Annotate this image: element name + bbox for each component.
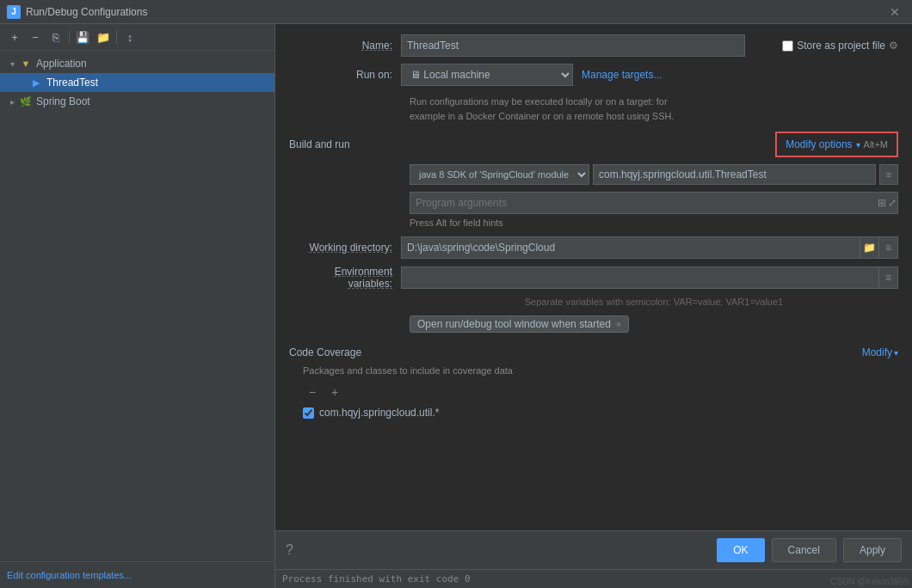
status-text: Process finished with exit code 0 bbox=[282, 573, 471, 585]
bottom-bar: ? OK Cancel Apply bbox=[275, 530, 912, 569]
coverage-title: Code Coverage bbox=[289, 346, 361, 358]
working-dir-input[interactable] bbox=[401, 236, 860, 259]
env-vars-edit-button[interactable]: ≡ bbox=[879, 266, 898, 289]
modify-options-button[interactable]: Modify options ▾ Alt+M bbox=[775, 132, 898, 157]
chip-label: Open run/debug tool window when started bbox=[417, 318, 611, 330]
apply-button[interactable]: Apply bbox=[843, 538, 902, 562]
prog-args-icons: ⊞ ⤢ bbox=[878, 197, 897, 209]
left-panel: + − ⎘ 💾 📁 ↕ ▾ ▼ bbox=[0, 24, 275, 588]
config-toolbar: + − ⎘ 💾 📁 ↕ bbox=[0, 24, 274, 51]
spring-boot-icon: 🌿 bbox=[19, 95, 33, 108]
tree-threadtest-label: ThreadTest bbox=[46, 77, 98, 89]
run-on-select[interactable]: 🖥 Local machine bbox=[401, 64, 573, 86]
add-config-button[interactable]: + bbox=[5, 28, 24, 46]
toolbar-separator-2 bbox=[116, 30, 117, 44]
chip-close-button[interactable]: × bbox=[616, 319, 621, 329]
coverage-item: com.hqyj.springcloud.util.* bbox=[303, 407, 898, 419]
run-description: Run configurations may be executed local… bbox=[410, 95, 898, 123]
env-vars-hint: Separate variables with semicolon: VAR=v… bbox=[410, 297, 898, 307]
working-dir-buttons: 📁 ≡ bbox=[860, 236, 898, 259]
cancel-button[interactable]: Cancel bbox=[772, 538, 836, 562]
coverage-desc: Packages and classes to include in cover… bbox=[303, 365, 898, 376]
prog-args-input[interactable] bbox=[410, 192, 898, 214]
tree-application-label: Application bbox=[36, 58, 87, 70]
coverage-minus-button[interactable]: − bbox=[303, 383, 322, 401]
app-folder-icon: ▼ bbox=[19, 57, 33, 70]
run-on-row: Run on: 🖥 Local machine Manage targets..… bbox=[289, 64, 898, 86]
press-alt-hint: Press Alt for field hints bbox=[410, 217, 898, 228]
env-vars-label: Environment variables: bbox=[289, 266, 401, 290]
store-gear-icon[interactable]: ⚙ bbox=[889, 40, 898, 52]
name-store-row: Name: Store as project file ⚙ bbox=[289, 34, 898, 57]
main-class-browse-button[interactable]: ≡ bbox=[879, 164, 898, 185]
coverage-modify-button[interactable]: Modify ▾ bbox=[862, 346, 898, 358]
toolbar-separator-1 bbox=[69, 30, 70, 44]
store-as-project-label: Store as project file bbox=[797, 40, 885, 52]
working-dir-row: Working directory: 📁 ≡ bbox=[289, 236, 898, 259]
folder-config-button[interactable]: 📁 bbox=[94, 28, 113, 46]
coverage-header: Code Coverage Modify ▾ bbox=[289, 346, 898, 358]
copy-config-button[interactable]: ⎘ bbox=[46, 28, 65, 46]
config-tree[interactable]: ▾ ▼ Application ▸ ▶ ThreadTest ▸ 🌿 Sprin… bbox=[0, 51, 274, 561]
run-config-icon: ▶ bbox=[29, 76, 43, 89]
app-icon: J bbox=[7, 5, 21, 19]
sdk-row: java 8 SDK of 'SpringCloud' module ≡ bbox=[410, 164, 898, 185]
close-button[interactable]: ✕ bbox=[884, 3, 905, 21]
coverage-item-checkbox[interactable] bbox=[303, 407, 314, 419]
tree-arrow-application: ▾ bbox=[7, 58, 17, 69]
coverage-item-label: com.hqyj.springcloud.util.* bbox=[319, 407, 439, 419]
status-bar: Process finished with exit code 0 bbox=[275, 569, 912, 588]
working-dir-label: Working directory: bbox=[289, 242, 401, 254]
left-footer: Edit configuration templates... bbox=[0, 561, 274, 588]
tree-application-group[interactable]: ▾ ▼ Application bbox=[0, 54, 274, 73]
tree-arrow-springboot: ▸ bbox=[7, 96, 17, 107]
name-label: Name: bbox=[289, 40, 401, 52]
run-debug-chip: Open run/debug tool window when started … bbox=[410, 315, 629, 333]
modify-chevron-icon: ▾ bbox=[856, 140, 860, 150]
edit-config-templates-link[interactable]: Edit configuration templates... bbox=[7, 570, 132, 580]
working-dir-folder-button[interactable]: 📁 bbox=[860, 236, 879, 259]
coverage-toolbar: − + bbox=[303, 383, 898, 401]
main-class-input[interactable] bbox=[593, 164, 876, 185]
window-title: Run/Debug Configurations bbox=[26, 6, 147, 18]
save-config-button[interactable]: 💾 bbox=[73, 28, 92, 46]
working-dir-vars-button[interactable]: ≡ bbox=[879, 236, 898, 259]
env-vars-buttons: ≡ bbox=[879, 266, 898, 289]
run-on-label: Run on: bbox=[289, 69, 401, 81]
tree-threadtest-item[interactable]: ▸ ▶ ThreadTest bbox=[0, 73, 274, 92]
remove-config-button[interactable]: − bbox=[26, 28, 45, 46]
watermark: CSDN @Kelvin3999 bbox=[830, 577, 909, 586]
manage-targets-link[interactable]: Manage targets... bbox=[582, 69, 662, 81]
prog-args-area: ⊞ ⤢ bbox=[410, 192, 898, 214]
sdk-select[interactable]: java 8 SDK of 'SpringCloud' module bbox=[410, 164, 589, 185]
right-panel: Name: Store as project file ⚙ Run on: 🖥 … bbox=[275, 24, 912, 588]
ok-button[interactable]: OK bbox=[717, 538, 764, 562]
name-input[interactable] bbox=[401, 34, 745, 57]
prog-args-open-icon[interactable]: ⤢ bbox=[888, 197, 897, 209]
modify-options-shortcut: Alt+M bbox=[864, 139, 888, 150]
tree-springboot-label: Spring Boot bbox=[36, 95, 90, 107]
help-icon[interactable]: ? bbox=[286, 542, 293, 558]
sort-config-button[interactable]: ↕ bbox=[120, 28, 139, 46]
store-as-project-checkbox[interactable] bbox=[782, 40, 793, 52]
prog-args-expand-icon[interactable]: ⊞ bbox=[878, 197, 886, 209]
env-vars-input[interactable] bbox=[401, 266, 879, 289]
form-area: Name: Store as project file ⚙ Run on: 🖥 … bbox=[275, 24, 912, 530]
title-bar: J Run/Debug Configurations ✕ bbox=[0, 0, 912, 24]
build-run-section-header: Build and run Modify options ▾ Alt+M bbox=[289, 132, 898, 157]
code-coverage-section: Code Coverage Modify ▾ Packages and clas… bbox=[289, 346, 898, 419]
build-run-title: Build and run bbox=[289, 138, 350, 150]
tree-springboot-group[interactable]: ▸ 🌿 Spring Boot bbox=[0, 92, 274, 111]
coverage-plus-button[interactable]: + bbox=[325, 383, 344, 401]
env-vars-row: Environment variables: ≡ bbox=[289, 266, 898, 290]
coverage-chevron-icon: ▾ bbox=[894, 348, 898, 358]
